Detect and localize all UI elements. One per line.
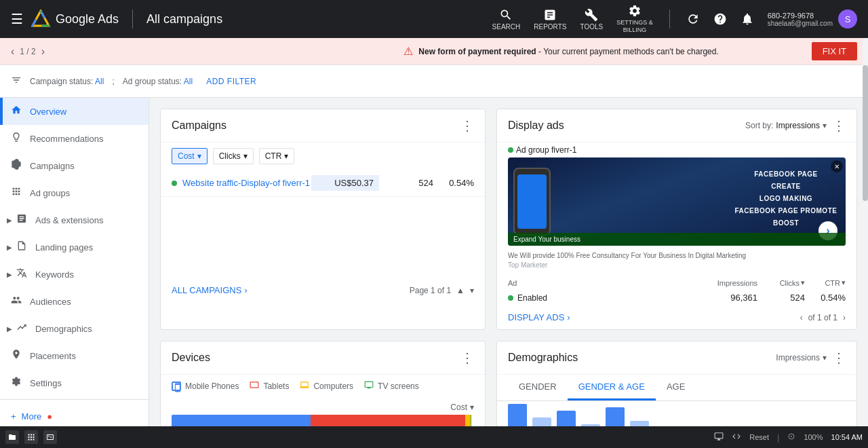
search-nav-action[interactable]: SEARCH bbox=[492, 8, 521, 31]
add-filter-button[interactable]: ADD FILTER bbox=[206, 77, 256, 86]
all-campaigns-link[interactable]: ALL CAMPAIGNS › bbox=[172, 285, 248, 295]
taskbar-files-icon[interactable] bbox=[5, 430, 19, 444]
more-label: More bbox=[22, 411, 42, 422]
sidebar-item-settings[interactable]: Settings bbox=[0, 369, 149, 396]
legend-mobile-phones: Mobile Phones bbox=[172, 381, 239, 391]
svg-rect-11 bbox=[33, 439, 35, 441]
pagination-up[interactable]: ▲ bbox=[456, 286, 465, 295]
clicks-col-header[interactable]: Clicks ▾ bbox=[757, 278, 805, 287]
tab-age[interactable]: AGE bbox=[656, 375, 696, 400]
settings-billing-nav-action[interactable]: SETTINGS &BILLING bbox=[616, 4, 653, 34]
placements-icon bbox=[11, 349, 22, 362]
ad-close-icon[interactable]: ✕ bbox=[831, 160, 843, 172]
hamburger-menu-icon[interactable]: ☰ bbox=[11, 11, 23, 27]
zoom-level bbox=[787, 432, 795, 442]
ad-metrics-header: Ad Impressions Clicks ▾ CTR ▾ bbox=[497, 276, 856, 290]
campaign-status-dot bbox=[172, 181, 177, 186]
svg-marker-1 bbox=[33, 11, 49, 26]
ctr-col-header[interactable]: CTR ▾ bbox=[805, 278, 846, 287]
svg-marker-2 bbox=[33, 11, 49, 26]
display-ads-link[interactable]: DISPLAY ADS › bbox=[508, 312, 570, 322]
next-alert-arrow[interactable]: › bbox=[41, 45, 45, 58]
cost-filter[interactable]: Cost ▾ bbox=[172, 148, 208, 164]
metric-ctr-value: 0.54% bbox=[805, 293, 846, 303]
prev-alert-arrow[interactable]: ‹ bbox=[11, 45, 14, 58]
ad-group-label: Ad group fiverr-1 bbox=[497, 143, 856, 157]
ad-group-name: Ad group fiverr-1 bbox=[516, 145, 576, 155]
help-icon[interactable] bbox=[713, 12, 727, 26]
account-email: shaelaa6@gmail.com bbox=[768, 20, 833, 27]
prev-arrow[interactable]: ‹ bbox=[800, 313, 803, 322]
demographics-menu-icon[interactable]: ⋮ bbox=[832, 350, 846, 366]
metric-clicks-value: 524 bbox=[757, 293, 805, 303]
nav-divider bbox=[132, 10, 133, 29]
sidebar-item-campaigns[interactable]: Campaigns bbox=[0, 152, 149, 179]
clicks-filter[interactable]: Clicks ▾ bbox=[213, 148, 254, 164]
reports-nav-action[interactable]: REPORTS bbox=[534, 8, 566, 31]
campaign-ctr: 0.54% bbox=[433, 178, 474, 188]
logo-icon bbox=[31, 10, 50, 29]
taskbar-settings-icon[interactable] bbox=[24, 430, 38, 444]
ad-source: Top Marketer bbox=[508, 261, 547, 269]
next-arrow[interactable]: › bbox=[843, 313, 846, 322]
computers-icon bbox=[300, 380, 309, 392]
ad-group-status-filter[interactable]: Ad group status: All bbox=[123, 77, 193, 86]
sidebar-item-overview[interactable]: Overview bbox=[0, 98, 149, 125]
campaigns-card-menu-icon[interactable]: ⋮ bbox=[460, 117, 474, 134]
tab-gender-age[interactable]: GENDER & AGE bbox=[568, 375, 656, 400]
cost-filter-arrow: ▾ bbox=[197, 151, 201, 161]
page-indicator: of 1 of 1 bbox=[808, 313, 837, 322]
sidebar-item-recommendations[interactable]: Recommendations bbox=[0, 125, 149, 152]
campaigns-label: Campaigns bbox=[30, 161, 75, 171]
page-title: All campaigns bbox=[146, 12, 222, 26]
devices-card-menu-icon[interactable]: ⋮ bbox=[460, 350, 474, 366]
plus-icon: + bbox=[11, 411, 16, 422]
tab-gender[interactable]: GENDER bbox=[508, 375, 568, 400]
taskbar-terminal-icon[interactable] bbox=[43, 430, 57, 444]
fix-it-button[interactable]: FIX IT bbox=[812, 42, 857, 60]
sidebar-more-button[interactable]: + More ● bbox=[0, 403, 149, 430]
campaign-name[interactable]: Website traffic-Display-of fiverr-1 bbox=[182, 178, 311, 188]
reset-label[interactable]: Reset bbox=[749, 433, 769, 441]
sidebar-item-ads-extensions[interactable]: ▶ Ads & extensions bbox=[0, 206, 149, 234]
campaigns-icon bbox=[11, 159, 22, 172]
keywords-label: Keywords bbox=[35, 269, 74, 280]
refresh-icon[interactable] bbox=[686, 12, 700, 26]
ctr-filter[interactable]: CTR ▾ bbox=[259, 148, 295, 164]
metric-impressions-value: 96,361 bbox=[696, 293, 757, 303]
display-ads-sort[interactable]: Sort by: Impressions ▾ bbox=[745, 121, 827, 130]
cost-sort-dropdown[interactable]: Cost ▾ bbox=[450, 403, 474, 412]
avatar[interactable]: S bbox=[838, 10, 857, 29]
campaign-status-filter[interactable]: Campaign status: All bbox=[30, 77, 104, 86]
tools-nav-action[interactable]: TOOLS bbox=[580, 8, 603, 31]
scrollbar[interactable] bbox=[863, 38, 868, 448]
ad-body-text: We Will provide 100% Free Consultancy Fo… bbox=[497, 246, 856, 276]
alert-page-indicator: 1 / 2 bbox=[20, 47, 35, 56]
taskbar-time: 10:54 AM bbox=[831, 433, 863, 441]
sidebar-item-audiences[interactable]: Audiences bbox=[0, 288, 149, 315]
alert-bar: ‹ 1 / 2 › ⚠ New form of payment required… bbox=[0, 38, 868, 65]
keywords-icon bbox=[16, 267, 27, 281]
alert-warning-icon: ⚠ bbox=[403, 45, 413, 58]
display-ads-menu-icon[interactable]: ⋮ bbox=[832, 117, 846, 134]
sort-by-label: Sort by: bbox=[745, 121, 773, 130]
demographics-sort[interactable]: Impressions ▾ bbox=[776, 353, 827, 362]
campaigns-empty-area bbox=[161, 197, 485, 278]
pagination-down[interactable]: ▾ bbox=[470, 286, 474, 295]
scrollbar-thumb[interactable] bbox=[863, 65, 868, 201]
sidebar-item-placements[interactable]: Placements bbox=[0, 342, 149, 369]
audiences-label: Audiences bbox=[30, 297, 71, 307]
sidebar-item-demographics[interactable]: ▶ Demographics bbox=[0, 315, 149, 342]
campaigns-card-title: Campaigns bbox=[172, 119, 460, 132]
main-content: Campaigns ⋮ Cost ▾ Clicks ▾ CTR ▾ bbox=[149, 98, 868, 448]
ad-phone-screen bbox=[517, 174, 547, 229]
sidebar-item-ad-groups[interactable]: Ad groups bbox=[0, 179, 149, 206]
sidebar-item-keywords[interactable]: ▶ Keywords bbox=[0, 261, 149, 288]
display-ads-pagination: ‹ of 1 of 1 › bbox=[800, 313, 846, 322]
account-info[interactable]: 680-279-9678 shaelaa6@gmail.com S bbox=[768, 10, 857, 29]
display-ads-footer: DISPLAY ADS › ‹ of 1 of 1 › bbox=[497, 305, 856, 329]
ad-image-container: FACEBOOK PAGE CREATE LOGO MAKING FACEBOO… bbox=[497, 157, 856, 246]
notifications-icon[interactable] bbox=[741, 12, 754, 26]
sidebar-item-landing-pages[interactable]: ▶ Landing pages bbox=[0, 234, 149, 261]
devices-legend: Mobile Phones Tablets Computers bbox=[161, 375, 485, 397]
